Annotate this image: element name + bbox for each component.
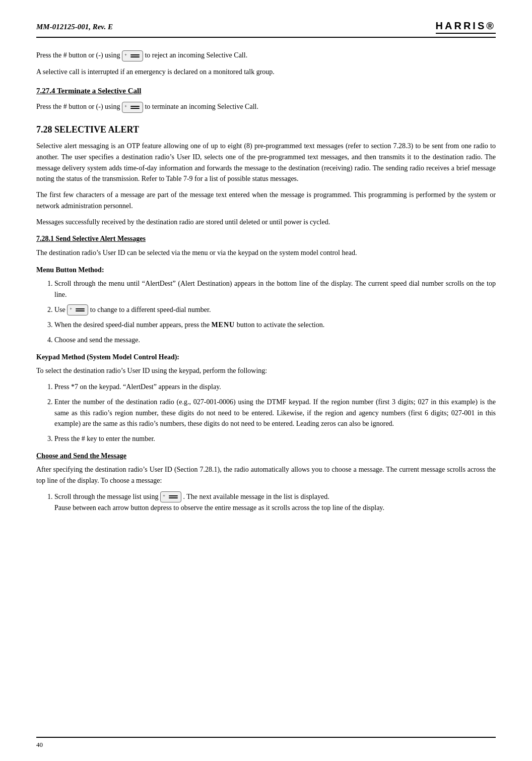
section-7274-heading: 7.27.4 Terminate a Selective Call xyxy=(36,85,496,97)
menu-step-2: Use + to change to a different speed-dia… xyxy=(54,304,496,316)
keypad-step-2: Enter the number of the destination radi… xyxy=(54,397,496,429)
keypad-step-3: Press the # key to enter the number. xyxy=(54,433,496,445)
main-content: Press the # button or (-) using + to rej… xyxy=(36,50,496,514)
keypad-step-1: Press *7 on the keypad. “AlertDest” appe… xyxy=(54,382,496,393)
menu-bold-label: MENU xyxy=(211,321,235,329)
section-7281-p1: The destination radio’s User ID can be s… xyxy=(36,247,496,259)
section-7274: 7.27.4 Terminate a Selective Call Press … xyxy=(36,85,496,112)
harris-logo: HARRIS® xyxy=(436,20,496,34)
keypad-method-label: Keypad Method (System Model Control Head… xyxy=(36,352,496,363)
keypad-intro: To select the destination radio’s User I… xyxy=(36,365,496,376)
section-728: 7.28 SELECTIVE ALERT Selective alert mes… xyxy=(36,123,496,514)
menu-steps-list: Scroll through the menu until “AlertDest… xyxy=(54,278,496,346)
page-footer: 40 xyxy=(36,737,496,749)
section-728-p1: Selective alert messaging is an OTP feat… xyxy=(36,141,496,184)
choose-send-p1: After specifying the destination radio’s… xyxy=(36,464,496,486)
menu-step-3: When the desired speed-dial number appea… xyxy=(54,320,496,331)
section-7281-heading: 7.28.1 Send Selective Alert Messages xyxy=(36,233,496,244)
section-7281: 7.28.1 Send Selective Alert Messages The… xyxy=(36,233,496,514)
section-728-heading: 7.28 SELECTIVE ALERT xyxy=(36,123,496,137)
section-728-p2: The first few characters of a message ar… xyxy=(36,189,496,211)
menu-step-1: Scroll through the menu until “AlertDest… xyxy=(54,278,496,300)
menu-method-label: Menu Button Method: xyxy=(36,265,496,276)
menu-step-4: Choose and send the message. xyxy=(54,335,496,346)
section-7274-p1: Press the # button or (-) using + to ter… xyxy=(36,101,496,113)
keypad-steps-list: Press *7 on the keypad. “AlertDest” appe… xyxy=(54,382,496,444)
intro-paragraph-2: A selective call is interrupted if an em… xyxy=(36,67,496,78)
button-icon-scroll: + xyxy=(160,491,181,502)
section-728-p3: Messages successfully received by the de… xyxy=(36,217,496,228)
choose-send-steps-list: Scroll through the message list using + … xyxy=(54,491,496,514)
intro-paragraph-1: Press the # button or (-) using + to rej… xyxy=(36,50,496,61)
choose-send-step-1: Scroll through the message list using + … xyxy=(54,491,496,514)
page-number: 40 xyxy=(36,741,43,748)
button-icon-terminate: + xyxy=(122,102,143,113)
choose-send-label: Choose and Send the Message xyxy=(36,451,496,462)
button-icon-reject: + xyxy=(122,50,143,61)
document-title: MM-012125-001, Rev. E xyxy=(36,23,113,31)
button-icon-change: + xyxy=(67,304,88,315)
page-header: MM-012125-001, Rev. E HARRIS® xyxy=(36,20,496,38)
logo-text: HARRIS xyxy=(436,20,487,31)
